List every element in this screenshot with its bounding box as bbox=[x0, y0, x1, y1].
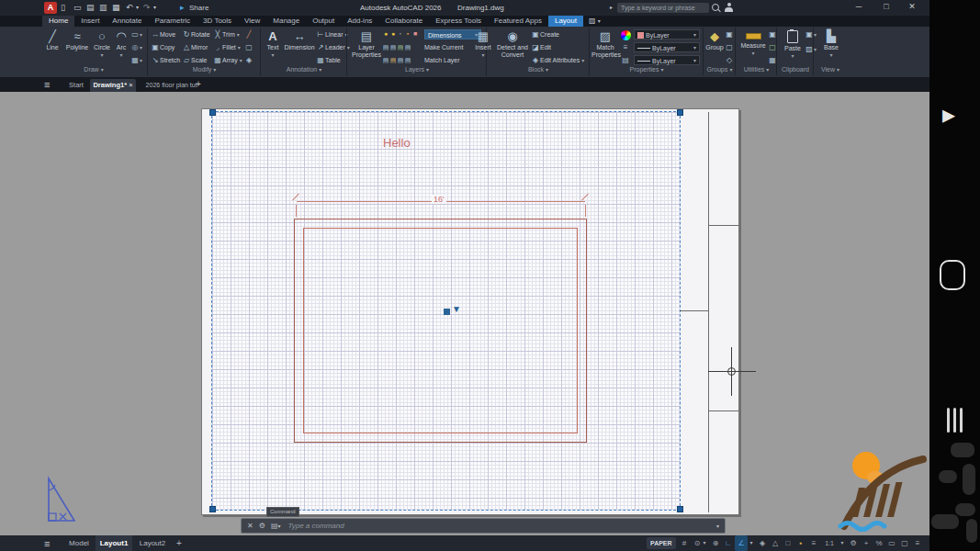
open-file-icon[interactable]: ▭ bbox=[73, 2, 82, 14]
share-icon[interactable]: ▸ bbox=[180, 2, 185, 14]
explode-button[interactable]: ▢ bbox=[244, 42, 253, 53]
measure-button[interactable]: Measure▾ bbox=[740, 29, 766, 57]
lineweight-dropdown[interactable]: ByLayer▾ bbox=[634, 42, 700, 52]
layer-properties-button[interactable]: ▤Layer Properties bbox=[351, 29, 382, 58]
app-menu-button[interactable]: A bbox=[44, 2, 57, 14]
redo-caret-icon[interactable]: ▾ bbox=[153, 2, 156, 14]
save-as-icon[interactable]: ▥ bbox=[99, 2, 107, 14]
color-wheel-icon[interactable] bbox=[621, 30, 631, 40]
match-layer-button[interactable]: Match Layer bbox=[424, 55, 460, 66]
nav-home-icon[interactable] bbox=[940, 260, 965, 290]
search-input[interactable]: Type a keyword or phrase bbox=[617, 3, 709, 13]
fillet-button[interactable]: ◞Fillet ▾ bbox=[213, 42, 241, 53]
polar-tracking-icon[interactable]: ∠ bbox=[735, 535, 748, 551]
viewport-grip[interactable] bbox=[209, 109, 216, 116]
command-close-icon[interactable]: ✕ bbox=[247, 522, 253, 530]
undo-icon[interactable]: ↶ bbox=[126, 2, 133, 14]
title-block-line[interactable] bbox=[708, 410, 738, 411]
close-button[interactable]: ✕ bbox=[906, 2, 918, 11]
linetype-list-icon[interactable]: ▤ bbox=[621, 55, 630, 66]
clean-screen-icon[interactable]: ▢ bbox=[898, 535, 911, 551]
nav-recents-icon[interactable] bbox=[947, 408, 950, 433]
dynamic-input-icon[interactable]: ⊕ bbox=[709, 535, 722, 551]
customization-icon[interactable]: ≡ bbox=[911, 535, 924, 551]
line-button[interactable]: ╱Line bbox=[42, 29, 62, 51]
edit-attributes-button[interactable]: ◈Edit Attributes ▾ bbox=[531, 55, 584, 66]
rectangle-button[interactable]: ▭▾ bbox=[130, 29, 142, 40]
ribbon-display-icon[interactable]: ▨ ▾ bbox=[583, 16, 606, 27]
file-tab-menu-icon[interactable]: ≡ bbox=[44, 79, 50, 90]
lineweight-list-icon[interactable]: ≡ bbox=[621, 42, 630, 53]
tab-manage[interactable]: Manage bbox=[266, 16, 306, 27]
new-file-icon[interactable]: ▯ bbox=[61, 2, 65, 14]
snap-caret-icon[interactable]: ▾ bbox=[701, 535, 708, 551]
detect-convert-button[interactable]: ◉Detect and Convert bbox=[496, 29, 529, 58]
wall-inner-rectangle[interactable] bbox=[303, 228, 578, 433]
undo-caret-icon[interactable]: ▾ bbox=[136, 2, 139, 14]
layer-unlock-icon[interactable]: ◦ bbox=[397, 28, 404, 39]
tab-layout[interactable]: Layout bbox=[548, 16, 583, 27]
layer-tool-icon[interactable]: ▤ bbox=[404, 55, 411, 66]
rotate-button[interactable]: ↻Rotate bbox=[182, 29, 210, 40]
tab-annotate[interactable]: Annotate bbox=[106, 16, 148, 27]
nav-recents-icon[interactable] bbox=[960, 408, 963, 433]
annotation-scale[interactable]: 1:1 bbox=[820, 535, 839, 551]
isodraft-icon[interactable]: ◈ bbox=[756, 535, 769, 551]
tab-add-ins[interactable]: Add-ins bbox=[341, 16, 378, 27]
groups-panel-label[interactable]: Groups ▾ bbox=[704, 66, 735, 73]
match-properties-button[interactable]: ▨Match Properties bbox=[591, 29, 619, 58]
new-tab-button[interactable]: + bbox=[196, 79, 201, 89]
ungroup-icon[interactable]: ▣ bbox=[725, 29, 734, 40]
group-bounding-icon[interactable]: ◇ bbox=[725, 55, 734, 66]
annotation-panel-label[interactable]: Annotation ▾ bbox=[262, 66, 346, 73]
text-button[interactable]: AText▾ bbox=[264, 29, 282, 59]
tab-collaborate[interactable]: Collaborate bbox=[378, 16, 429, 27]
polar-caret-icon[interactable]: ▾ bbox=[748, 535, 755, 551]
offset-button[interactable]: ◈ bbox=[244, 55, 253, 66]
tab-3d-tools[interactable]: 3D Tools bbox=[197, 16, 238, 27]
command-expand-icon[interactable]: ▾ bbox=[716, 523, 719, 529]
tab-home[interactable]: Home bbox=[42, 16, 74, 27]
leader-button[interactable]: ↗Leader ▾ bbox=[316, 42, 350, 53]
move-button[interactable]: ↔Move bbox=[151, 29, 175, 40]
tab-parametric[interactable]: Parametric bbox=[148, 16, 197, 27]
layer-thaw-icon[interactable]: ● bbox=[389, 28, 397, 39]
stretch-button[interactable]: ↘Stretch bbox=[151, 55, 180, 66]
model-tab[interactable]: Model bbox=[64, 535, 94, 551]
layout2-tab[interactable]: Layout2 bbox=[134, 535, 171, 551]
lock-ui-icon[interactable]: ▪ bbox=[794, 535, 807, 551]
maximize-button[interactable]: □ bbox=[880, 2, 893, 11]
nav-recents-icon[interactable] bbox=[953, 408, 956, 433]
plot-icon[interactable]: ▦ bbox=[112, 2, 120, 14]
redo-icon[interactable]: ↷ bbox=[143, 2, 151, 14]
trim-button[interactable]: ╳Trim ▾ bbox=[213, 29, 240, 40]
ortho-toggle-icon[interactable]: ∟ bbox=[722, 535, 735, 551]
dimension-text[interactable]: 16' bbox=[432, 195, 446, 204]
group-button[interactable]: ◆Group bbox=[705, 29, 724, 51]
workspace-gear-icon[interactable]: ⚙ bbox=[847, 535, 860, 551]
paste-button[interactable]: Paste▾ bbox=[783, 29, 803, 60]
table-button[interactable]: ▦Table bbox=[316, 55, 341, 66]
linetype-dropdown[interactable]: ByLayer▾ bbox=[634, 55, 700, 65]
modify-panel-label[interactable]: Modify ▾ bbox=[149, 66, 260, 73]
layer-tool-icon[interactable]: ▤ bbox=[382, 55, 389, 66]
viewport-center-grip[interactable] bbox=[444, 309, 450, 315]
save-icon[interactable]: ▤ bbox=[86, 2, 95, 14]
group-edit-icon[interactable]: ▢ bbox=[725, 42, 734, 53]
view-panel-label[interactable]: View ▾ bbox=[815, 66, 846, 73]
title-block-line[interactable] bbox=[680, 310, 708, 311]
polyline-button[interactable]: ≈Polyline bbox=[64, 29, 90, 51]
search-caret-icon[interactable]: ▸ bbox=[610, 2, 613, 14]
layers-panel-label[interactable]: Layers ▾ bbox=[348, 66, 486, 73]
base-button[interactable]: ▙Base▾ bbox=[821, 29, 841, 59]
hatch-button[interactable]: ▦▾ bbox=[130, 55, 142, 66]
properties-panel-label[interactable]: Properties ▾ bbox=[591, 66, 703, 73]
layer-color-icon[interactable]: ■ bbox=[411, 28, 419, 39]
layer-tool-icon[interactable]: ▤ bbox=[397, 55, 404, 66]
file-tab-drawing1[interactable]: Drawing1* × bbox=[90, 79, 136, 92]
hello-text[interactable]: Hello bbox=[383, 136, 411, 150]
layer-tool-icon[interactable]: ▤ bbox=[397, 42, 404, 53]
layout1-tab[interactable]: Layout1 bbox=[96, 535, 132, 551]
layer-tool-icon[interactable]: ▤ bbox=[389, 42, 397, 53]
tab-output[interactable]: Output bbox=[306, 16, 341, 27]
